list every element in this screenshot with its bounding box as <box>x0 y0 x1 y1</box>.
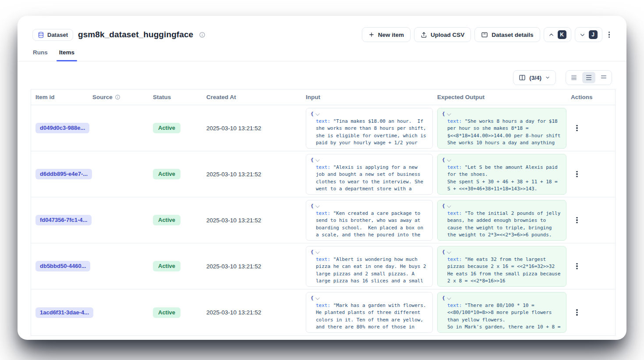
created-at-cell: 2025-03-10 13:21:52 <box>206 243 306 289</box>
dataset-window: Dataset gsm8k_dataset_huggingface New it… <box>18 16 626 340</box>
item-id-badge[interactable]: db5bbd50-4460... <box>35 261 90 271</box>
source-cell <box>92 105 153 151</box>
table-body: d049d0c3-988e... Active 2025-03-10 13:21… <box>31 105 615 335</box>
dataset-details-button[interactable]: Dataset details <box>474 27 540 42</box>
table-row: db5bbd50-4460... Active 2025-03-10 13:21… <box>31 243 615 289</box>
collapse-chevron-icon[interactable] <box>447 157 451 162</box>
chevron-down-icon <box>580 32 585 38</box>
column-header-created-at[interactable]: Created At <box>206 89 306 105</box>
item-id-badge[interactable]: 1acd6f31-3dae-4... <box>35 307 93 318</box>
column-header-status[interactable]: Status <box>153 89 206 105</box>
column-header-item-id[interactable]: Item id <box>31 89 92 105</box>
json-open-brace: { <box>442 203 445 210</box>
status-badge: Active <box>153 123 180 133</box>
page-title: gsm8k_dataset_huggingface <box>78 30 193 39</box>
table-row: fd047356-7fc1-4... Active 2025-03-10 13:… <box>31 197 615 243</box>
input-cell[interactable]: { text: "Ken created a care package to s… <box>306 200 433 241</box>
upload-icon <box>421 32 427 38</box>
table-toolbar: (3/4) <box>18 70 612 85</box>
collapse-chevron-icon[interactable] <box>315 250 320 254</box>
header: Dataset gsm8k_dataset_huggingface New it… <box>18 16 626 42</box>
collapse-chevron-icon[interactable] <box>315 157 320 162</box>
json-open-brace: { <box>442 110 445 118</box>
collapse-chevron-icon[interactable] <box>315 111 320 116</box>
input-cell[interactable]: { text: "Alexis is applying for a new jo… <box>306 154 433 195</box>
table-row: 1acd6f31-3dae-4... Active 2025-03-10 13:… <box>31 289 615 335</box>
tab-runs[interactable]: Runs <box>33 49 48 61</box>
created-at-cell: 2025-03-10 13:21:52 <box>206 289 306 335</box>
shortcut-badge-j: J <box>589 30 598 39</box>
expected-output-cell[interactable]: { text: "He eats 32 from the largest piz… <box>437 246 566 287</box>
column-header-input[interactable]: Input <box>306 89 437 105</box>
columns-visibility-button[interactable]: (3/4) <box>513 70 556 85</box>
density-large-icon <box>600 74 607 81</box>
row-height-default-button[interactable] <box>582 72 595 83</box>
status-badge: Active <box>153 169 180 179</box>
expected-output-cell[interactable]: { text: "She works 8 hours a day for $18… <box>437 108 566 149</box>
tab-bar: Runs Items <box>18 42 626 61</box>
json-open-brace: { <box>311 249 314 256</box>
source-info-icon[interactable] <box>115 94 120 100</box>
chevron-up-icon <box>548 32 554 38</box>
json-open-brace: { <box>311 157 314 164</box>
json-open-brace: { <box>311 203 314 210</box>
chevron-down-icon <box>545 75 550 80</box>
columns-icon <box>519 74 526 81</box>
collapse-chevron-icon[interactable] <box>315 296 320 300</box>
source-cell <box>92 151 153 197</box>
row-height-large-button[interactable] <box>597 72 610 83</box>
expected-output-cell[interactable]: { text: "Let S be the amount Alexis paid… <box>437 154 566 195</box>
status-badge: Active <box>153 307 180 318</box>
json-open-brace: { <box>311 295 314 302</box>
row-height-toggle <box>566 70 612 85</box>
collapse-chevron-icon[interactable] <box>447 250 451 254</box>
items-table: Item id Source Status Created At Input E… <box>31 89 616 336</box>
collapse-chevron-icon[interactable] <box>447 111 451 116</box>
source-cell <box>92 289 153 335</box>
status-badge: Active <box>153 215 180 225</box>
shortcut-badge-k: K <box>558 30 566 39</box>
plus-icon <box>368 32 375 38</box>
column-header-expected-output[interactable]: Expected Output <box>437 89 570 105</box>
dataset-details-icon <box>481 31 488 38</box>
source-cell <box>92 243 153 289</box>
input-cell[interactable]: { text: "Albert is wondering how much pi… <box>306 246 433 287</box>
item-id-badge[interactable]: d6ddb895-e4e7-... <box>35 169 92 179</box>
input-cell[interactable]: { text: "Tina makes $18.00 an hour. If s… <box>306 108 433 149</box>
tab-items[interactable]: Items <box>59 49 74 61</box>
column-header-source[interactable]: Source <box>92 89 153 105</box>
table-row: d6ddb895-e4e7-... Active 2025-03-10 13:2… <box>31 151 615 197</box>
header-more-actions-button[interactable] <box>606 29 613 41</box>
next-item-button[interactable]: J <box>575 27 602 42</box>
expected-output-cell[interactable]: { text: "To the initial 2 pounds of jell… <box>437 200 566 241</box>
input-cell[interactable]: { text: "Mark has a garden with flowers.… <box>306 292 433 333</box>
previous-item-button[interactable]: K <box>544 27 571 42</box>
row-actions-button[interactable] <box>573 168 580 180</box>
expected-output-cell[interactable]: { text: "There are 80/100 * 10 = <<80/10… <box>437 292 566 333</box>
status-badge: Active <box>153 261 180 271</box>
created-at-cell: 2025-03-10 13:21:52 <box>206 197 306 243</box>
row-actions-button[interactable] <box>573 122 580 134</box>
json-open-brace: { <box>442 295 445 302</box>
collapse-chevron-icon[interactable] <box>447 296 451 300</box>
density-compact-icon <box>570 74 577 81</box>
title-info-icon[interactable] <box>199 32 205 38</box>
json-open-brace: { <box>311 110 314 118</box>
upload-csv-button[interactable]: Upload CSV <box>414 27 471 42</box>
source-cell <box>92 197 153 243</box>
database-icon <box>38 32 44 38</box>
table-header: Item id Source Status Created At Input E… <box>31 89 615 105</box>
table-row: d049d0c3-988e... Active 2025-03-10 13:21… <box>31 105 615 151</box>
row-height-compact-button[interactable] <box>567 72 580 83</box>
row-actions-button[interactable] <box>573 260 580 272</box>
collapse-chevron-icon[interactable] <box>315 203 320 208</box>
created-at-cell: 2025-03-10 13:21:52 <box>206 105 306 151</box>
collapse-chevron-icon[interactable] <box>447 203 451 208</box>
created-at-cell: 2025-03-10 13:21:52 <box>206 151 306 197</box>
json-open-brace: { <box>442 249 445 256</box>
item-id-badge[interactable]: fd047356-7fc1-4... <box>35 215 92 225</box>
row-actions-button[interactable] <box>573 214 580 226</box>
new-item-button[interactable]: New item <box>362 27 410 42</box>
row-actions-button[interactable] <box>573 307 580 318</box>
item-id-badge[interactable]: d049d0c3-988e... <box>35 123 89 133</box>
